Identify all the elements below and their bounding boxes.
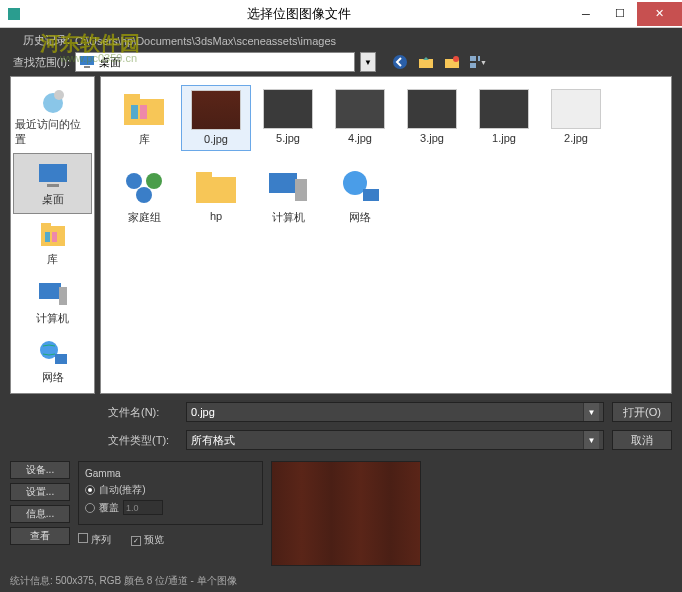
user-folder-icon	[191, 167, 241, 207]
recent-icon	[35, 85, 71, 115]
file-item[interactable]: 1.jpg	[469, 85, 539, 151]
file-label: 4.jpg	[348, 132, 372, 144]
svg-rect-16	[45, 232, 50, 242]
titlebar: 选择位图图像文件 ─ ☐ ✕	[0, 0, 682, 28]
close-button[interactable]: ✕	[637, 2, 682, 26]
filename-value: 0.jpg	[191, 406, 215, 418]
device-button[interactable]: 设备...	[10, 461, 70, 479]
gamma-title: Gamma	[85, 468, 256, 479]
gamma-panel: Gamma 自动(推荐) 覆盖 1.0	[78, 461, 263, 525]
file-label: 计算机	[272, 210, 305, 225]
file-item[interactable]: 3.jpg	[397, 85, 467, 151]
file-label: 1.jpg	[492, 132, 516, 144]
svg-point-27	[146, 173, 162, 189]
maximize-button[interactable]: ☐	[603, 2, 637, 26]
sequence-label: 序列	[91, 534, 111, 545]
dropdown-icon[interactable]: ▼	[583, 403, 599, 421]
filename-input[interactable]: 0.jpg ▼	[186, 402, 604, 422]
up-icon[interactable]	[417, 53, 435, 71]
settings-button[interactable]: 设置...	[10, 483, 70, 501]
network-icon	[35, 338, 71, 368]
image-thumb	[263, 89, 313, 129]
back-icon[interactable]	[391, 53, 409, 71]
svg-rect-34	[363, 189, 379, 201]
stats-value: 500x375, RGB 颜色 8 位/通道 - 单个图像	[56, 575, 237, 586]
library-icon	[35, 220, 71, 250]
sidebar-item-desktop[interactable]: 桌面	[13, 153, 92, 214]
file-item[interactable]: 库	[109, 85, 179, 151]
svg-rect-9	[470, 63, 476, 68]
filetype-label: 文件类型(T):	[108, 433, 178, 448]
sidebar-label: 计算机	[36, 311, 69, 326]
lookin-select[interactable]: 桌面	[75, 52, 355, 72]
file-label: hp	[210, 210, 222, 222]
sidebar-item-computer[interactable]: 计算机	[13, 273, 92, 332]
info-button[interactable]: 信息...	[10, 505, 70, 523]
newfolder-icon[interactable]	[443, 53, 461, 71]
image-thumb	[479, 89, 529, 129]
lookin-dropdown[interactable]: ▼	[360, 52, 376, 72]
sidebar-item-library[interactable]: 库	[13, 214, 92, 273]
history-label: 历史记录:	[10, 33, 70, 48]
file-item[interactable]: hp	[181, 163, 251, 229]
file-label: 网络	[349, 210, 371, 225]
sidebar-item-network[interactable]: 网络	[13, 332, 92, 391]
svg-rect-2	[84, 66, 90, 68]
svg-rect-25	[140, 105, 147, 119]
file-item[interactable]: 2.jpg	[541, 85, 611, 151]
file-item[interactable]: 网络	[325, 163, 395, 229]
file-label: 库	[139, 132, 150, 147]
image-thumb	[335, 89, 385, 129]
svg-point-28	[136, 187, 152, 203]
desktop-icon	[35, 160, 71, 190]
lookin-label: 查找范围(I):	[10, 55, 70, 70]
window-title: 选择位图图像文件	[28, 5, 569, 23]
file-item[interactable]: 计算机	[253, 163, 323, 229]
svg-rect-18	[39, 283, 61, 299]
svg-point-3	[393, 55, 407, 69]
file-label: 0.jpg	[204, 133, 228, 145]
preview-label: 预览	[144, 534, 164, 545]
network-icon	[335, 167, 385, 207]
computer-icon	[35, 279, 71, 309]
gamma-spinner[interactable]: 1.0	[123, 500, 163, 515]
view-button[interactable]: 查看	[10, 527, 70, 545]
filetype-select[interactable]: 所有格式 ▼	[186, 430, 604, 450]
preview-checkbox[interactable]: ✓	[131, 536, 141, 546]
open-button[interactable]: 打开(O)	[612, 402, 672, 422]
viewmode-icon[interactable]: ▼	[469, 53, 487, 71]
file-item[interactable]: 4.jpg	[325, 85, 395, 151]
image-thumb	[191, 90, 241, 130]
desktop-icon	[79, 55, 95, 69]
svg-rect-0	[8, 8, 20, 20]
sequence-checkbox[interactable]	[78, 533, 88, 543]
computer-icon	[263, 167, 313, 207]
file-item-selected[interactable]: 0.jpg	[181, 85, 251, 151]
folder-icon	[119, 89, 169, 129]
svg-rect-30	[196, 172, 212, 179]
lookin-value: 桌面	[99, 55, 121, 70]
app-icon	[0, 0, 28, 28]
svg-rect-17	[52, 232, 57, 242]
svg-point-6	[453, 56, 459, 62]
file-label: 5.jpg	[276, 132, 300, 144]
preview-pane	[271, 461, 421, 566]
file-item[interactable]: 5.jpg	[253, 85, 323, 151]
svg-point-26	[126, 173, 142, 189]
minimize-button[interactable]: ─	[569, 2, 603, 26]
file-grid: 库 0.jpg 5.jpg 4.jpg 3.jpg 1.jpg	[100, 76, 672, 394]
filetype-value: 所有格式	[191, 433, 235, 448]
homegroup-icon	[119, 167, 169, 207]
svg-rect-12	[39, 164, 67, 182]
dropdown-icon[interactable]: ▼	[583, 431, 599, 449]
sidebar-item-recent[interactable]: 最近访问的位置	[13, 79, 92, 153]
gamma-auto-label: 自动(推荐)	[99, 483, 146, 497]
gamma-override-radio[interactable]	[85, 503, 95, 513]
gamma-auto-radio[interactable]	[85, 485, 95, 495]
svg-rect-1	[80, 56, 94, 65]
file-item[interactable]: 家庭组	[109, 163, 179, 229]
svg-rect-29	[196, 177, 236, 203]
svg-rect-21	[55, 354, 67, 364]
sidebar-label: 桌面	[42, 192, 64, 207]
cancel-button[interactable]: 取消	[612, 430, 672, 450]
